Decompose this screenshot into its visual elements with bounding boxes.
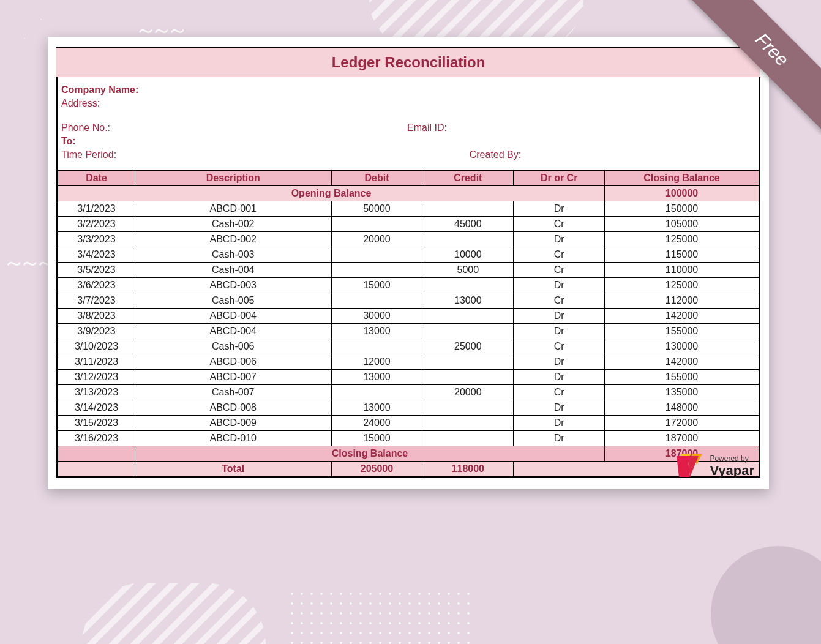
table-row: 3/7/2023Cash-00513000Cr112000 xyxy=(58,293,759,309)
table-row: 3/5/2023Cash-0045000Cr110000 xyxy=(58,263,759,278)
table-row: 3/9/2023ABCD-00413000Dr155000 xyxy=(58,324,759,339)
table-row: 3/16/2023ABCD-01015000Dr187000 xyxy=(58,431,759,446)
cell-credit: 13000 xyxy=(422,293,514,309)
created-by-label: Created By: xyxy=(470,149,521,160)
cell-date: 3/8/2023 xyxy=(58,309,135,324)
cell-credit xyxy=(422,431,514,446)
cell-debit: 12000 xyxy=(331,354,422,370)
total-blank xyxy=(58,462,135,477)
cell-debit: 13000 xyxy=(331,370,422,385)
table-row: 3/8/2023ABCD-00430000Dr142000 xyxy=(58,309,759,324)
page-title: Ledger Reconciliation xyxy=(56,54,760,71)
cell-debit xyxy=(331,293,422,309)
cell-date: 3/13/2023 xyxy=(58,385,135,400)
col-date: Date xyxy=(58,171,135,186)
cell-credit xyxy=(422,354,514,370)
decor-blob xyxy=(711,546,821,644)
phone-label: Phone No.: xyxy=(61,122,110,133)
cell-drcr: Cr xyxy=(514,217,605,232)
cell-credit xyxy=(422,400,514,416)
cell-date: 3/5/2023 xyxy=(58,263,135,278)
cell-credit: 20000 xyxy=(422,385,514,400)
cell-bal: 187000 xyxy=(605,431,759,446)
col-credit: Credit xyxy=(422,171,514,186)
decor-squiggle-icon: ～～～ xyxy=(3,248,51,278)
cell-date: 3/6/2023 xyxy=(58,278,135,293)
cell-bal: 155000 xyxy=(605,324,759,339)
cell-desc: Cash-004 xyxy=(135,263,331,278)
to-label: To: xyxy=(61,136,76,147)
col-debit: Debit xyxy=(331,171,422,186)
cell-drcr: Dr xyxy=(514,201,605,217)
col-closing: Closing Balance xyxy=(605,171,759,186)
cell-credit: 5000 xyxy=(422,263,514,278)
cell-drcr: Dr xyxy=(514,416,605,431)
brand-logo-icon xyxy=(677,452,706,481)
cell-debit: 13000 xyxy=(331,324,422,339)
cell-desc: Cash-006 xyxy=(135,339,331,354)
cell-desc: ABCD-003 xyxy=(135,278,331,293)
cell-drcr: Dr xyxy=(514,309,605,324)
cell-drcr: Dr xyxy=(514,278,605,293)
cell-desc: ABCD-009 xyxy=(135,416,331,431)
opening-balance-label: Opening Balance xyxy=(58,186,605,201)
cell-credit: 25000 xyxy=(422,339,514,354)
brand-name: Vyapar xyxy=(710,463,754,479)
table-row: 3/2/2023Cash-00245000Cr105000 xyxy=(58,217,759,232)
cell-debit: 30000 xyxy=(331,309,422,324)
total-label: Total xyxy=(135,462,331,477)
cell-bal: 135000 xyxy=(605,385,759,400)
cell-debit: 13000 xyxy=(331,400,422,416)
cell-date: 3/9/2023 xyxy=(58,324,135,339)
table-row: 3/14/2023ABCD-00813000Dr148000 xyxy=(58,400,759,416)
cell-credit xyxy=(422,370,514,385)
table-row: 3/12/2023ABCD-00713000Dr155000 xyxy=(58,370,759,385)
decor-dots xyxy=(287,589,471,644)
table-header-row: Date Description Debit Credit Dr or Cr C… xyxy=(58,171,759,186)
cell-drcr: Cr xyxy=(514,339,605,354)
ledger-table: Date Description Debit Credit Dr or Cr C… xyxy=(58,170,759,477)
cell-credit: 45000 xyxy=(422,217,514,232)
title-band: Ledger Reconciliation xyxy=(56,47,760,77)
cell-date: 3/7/2023 xyxy=(58,293,135,309)
total-credit: 118000 xyxy=(422,462,514,477)
cell-bal: 142000 xyxy=(605,309,759,324)
cell-desc: Cash-002 xyxy=(135,217,331,232)
cell-debit: 20000 xyxy=(331,232,422,247)
cell-bal: 142000 xyxy=(605,354,759,370)
cell-desc: ABCD-006 xyxy=(135,354,331,370)
cell-drcr: Cr xyxy=(514,385,605,400)
opening-balance-value: 100000 xyxy=(605,186,759,201)
cell-date: 3/15/2023 xyxy=(58,416,135,431)
cell-drcr: Cr xyxy=(514,247,605,263)
cell-desc: Cash-007 xyxy=(135,385,331,400)
closing-blank xyxy=(58,446,135,462)
document-body: Company Name: Address: Phone No.: Email … xyxy=(56,77,760,478)
cell-date: 3/12/2023 xyxy=(58,370,135,385)
closing-balance-row: Closing Balance187000 xyxy=(58,446,759,462)
cell-credit xyxy=(422,324,514,339)
cell-date: 3/14/2023 xyxy=(58,400,135,416)
cell-drcr: Dr xyxy=(514,354,605,370)
cell-bal: 110000 xyxy=(605,263,759,278)
table-row: 3/6/2023ABCD-00315000Dr125000 xyxy=(58,278,759,293)
cell-bal: 105000 xyxy=(605,217,759,232)
cell-date: 3/16/2023 xyxy=(58,431,135,446)
cell-bal: 150000 xyxy=(605,201,759,217)
total-blank xyxy=(514,462,605,477)
cell-date: 3/11/2023 xyxy=(58,354,135,370)
cell-bal: 155000 xyxy=(605,370,759,385)
table-row: 3/15/2023ABCD-00924000Dr172000 xyxy=(58,416,759,431)
table-row: 3/3/2023ABCD-00220000Dr125000 xyxy=(58,232,759,247)
closing-balance-label: Closing Balance xyxy=(135,446,604,462)
cell-desc: ABCD-004 xyxy=(135,309,331,324)
cell-desc: Cash-003 xyxy=(135,247,331,263)
cell-bal: 172000 xyxy=(605,416,759,431)
cell-drcr: Dr xyxy=(514,370,605,385)
time-period-label: Time Period: xyxy=(61,149,116,160)
table-row: 3/4/2023Cash-00310000Cr115000 xyxy=(58,247,759,263)
opening-balance-row: Opening Balance 100000 xyxy=(58,186,759,201)
cell-credit xyxy=(422,278,514,293)
cell-date: 3/2/2023 xyxy=(58,217,135,232)
cell-desc: ABCD-010 xyxy=(135,431,331,446)
